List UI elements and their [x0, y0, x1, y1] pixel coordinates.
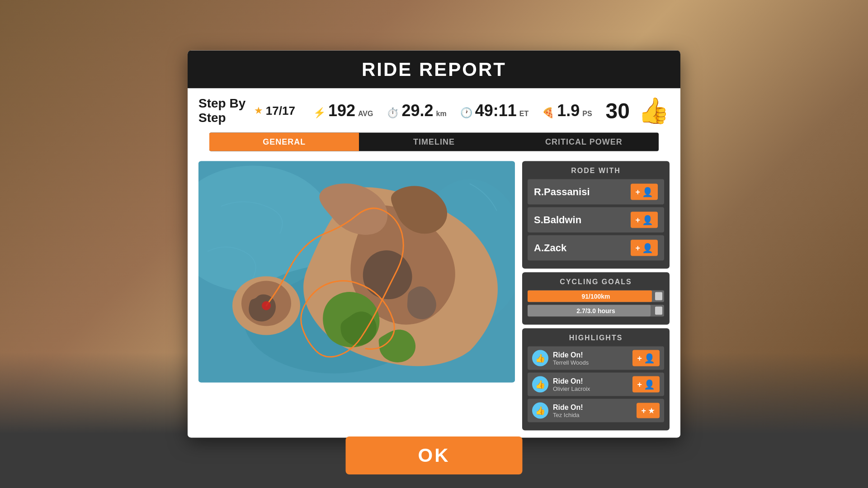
- highlight-rider-1: Olivier Lacroix: [553, 385, 590, 392]
- thumb-icon-1: 👍: [532, 376, 548, 393]
- star-icon: ★: [254, 105, 263, 117]
- tab-critical-power[interactable]: CRITICAL POWER: [509, 133, 659, 151]
- clock-icon: 🕐: [460, 107, 472, 119]
- highlight-add-btn-1[interactable]: + 👤: [632, 376, 660, 393]
- cycling-goals-section: CYCLING GOALS 91/100km 2.7/3.0 hours: [522, 272, 670, 325]
- rider-row-0: R.Passanisi + 👤: [528, 179, 664, 205]
- highlight-rider-2: Tez Ichida: [553, 411, 583, 418]
- highlight-rider-0: Terrell Woods: [553, 359, 589, 366]
- like-count: 30: [606, 98, 630, 123]
- tabs-row: GENERAL TIMELINE CRITICAL POWER: [209, 133, 659, 151]
- tab-general[interactable]: GENERAL: [209, 133, 359, 151]
- rider-name-1: S.Baldwin: [534, 214, 581, 226]
- highlight-action-0: Ride On!: [553, 351, 589, 359]
- ok-button[interactable]: OK: [346, 436, 523, 474]
- time-value: 49:11: [475, 101, 517, 120]
- goal-bar-0: 91/100km: [528, 291, 664, 302]
- stats-row: Step By Step ★ 17/17 ⚡ 192 AVG ⏱️ 29.2 k…: [188, 89, 680, 133]
- thumb-icon-0: 👍: [532, 350, 548, 366]
- highlights-section: HIGHLIGHTS 👍 Ride On! Terrell Woods + 👤: [522, 328, 670, 431]
- rider-name-0: R.Passanisi: [534, 186, 590, 198]
- modal-title: RIDE REPORT: [362, 59, 506, 80]
- pizza-icon: 🍕: [542, 107, 554, 119]
- modal-header: RIDE REPORT: [188, 51, 680, 89]
- highlight-action-1: Ride On!: [553, 377, 590, 385]
- highlights-title: HIGHLIGHTS: [528, 334, 664, 342]
- pizza-value: 1.9: [557, 101, 580, 120]
- ride-report-modal: RIDE REPORT Step By Step ★ 17/17 ⚡ 192 A…: [188, 51, 680, 438]
- map-area: [198, 161, 515, 383]
- distance-icon: ⏱️: [387, 107, 399, 119]
- tab-timeline[interactable]: TIMELINE: [359, 133, 509, 151]
- cycling-goals-title: CYCLING GOALS: [528, 278, 664, 286]
- add-friend-btn-2[interactable]: + 👤: [631, 240, 658, 256]
- goal-label-0: 91/100km: [581, 293, 610, 300]
- goal-label-1: 2.7/3.0 hours: [576, 307, 615, 314]
- rider-name-2: A.Zack: [534, 242, 566, 254]
- time-stat: 🕐 49:11 ET: [460, 101, 529, 120]
- goal-bar-1: 2.7/3.0 hours: [528, 305, 664, 317]
- svg-point-6: [262, 301, 271, 310]
- distance-unit: km: [436, 110, 447, 118]
- right-panel: RODE WITH R.Passanisi + 👤 S.Baldwin + 👤: [522, 161, 670, 431]
- distance-value: 29.2: [401, 101, 433, 120]
- rode-with-title: RODE WITH: [528, 167, 664, 175]
- pizza-unit: PS: [582, 110, 592, 118]
- distance-stat: ⏱️ 29.2 km: [387, 101, 446, 120]
- add-friend-btn-0[interactable]: + 👤: [631, 184, 658, 200]
- pizza-stat: 🍕 1.9 PS: [542, 101, 592, 120]
- highlight-row-1: 👍 Ride On! Olivier Lacroix + 👤: [528, 373, 664, 396]
- time-unit: ET: [519, 110, 528, 118]
- highlight-row-0: 👍 Ride On! Terrell Woods + 👤: [528, 347, 664, 370]
- power-value: 192: [328, 101, 355, 120]
- modal-body: RODE WITH R.Passanisi + 👤 S.Baldwin + 👤: [188, 161, 680, 438]
- highlight-row-2: 👍 Ride On! Tez Ichida + ★: [528, 399, 664, 422]
- add-friend-btn-1[interactable]: + 👤: [631, 212, 658, 228]
- lightning-icon: ⚡: [313, 107, 326, 119]
- highlight-add-btn-0[interactable]: + 👤: [632, 350, 660, 366]
- rider-row-1: S.Baldwin + 👤: [528, 207, 664, 233]
- power-stat: ⚡ 192 AVG: [313, 101, 373, 120]
- rode-with-section: RODE WITH R.Passanisi + 👤 S.Baldwin + 👤: [522, 161, 670, 269]
- thumbs-up-icon: 👍: [638, 96, 670, 126]
- highlight-add-star-btn-2[interactable]: + ★: [637, 403, 660, 418]
- thumb-icon-2: 👍: [532, 403, 548, 419]
- rider-row-2: A.Zack + 👤: [528, 235, 664, 261]
- highlight-action-2: Ride On!: [553, 403, 583, 411]
- star-rating: ★ 17/17: [254, 103, 295, 117]
- star-rating-value: 17/17: [266, 103, 295, 117]
- route-name: Step By Step: [198, 96, 254, 125]
- power-unit: AVG: [358, 110, 373, 118]
